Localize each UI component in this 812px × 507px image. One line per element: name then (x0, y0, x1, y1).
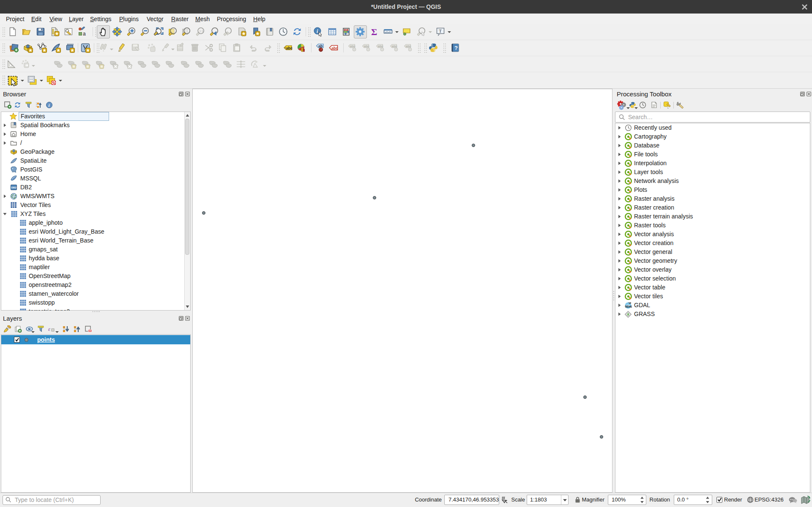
svg-text:T: T (439, 28, 442, 33)
svg-text:1:1: 1:1 (200, 30, 204, 33)
svg-text:DB2: DB2 (11, 186, 17, 189)
svg-text:ab: ab (318, 44, 323, 48)
svg-text:Σ: Σ (371, 27, 377, 37)
svg-text:a: a (83, 31, 86, 37)
svg-text:abc: abc (331, 46, 338, 50)
svg-text:?: ? (454, 45, 458, 51)
svg-text:abc: abc (286, 46, 293, 50)
svg-text:GDAL: GDAL (625, 305, 632, 308)
svg-text:ε: ε (48, 326, 51, 332)
